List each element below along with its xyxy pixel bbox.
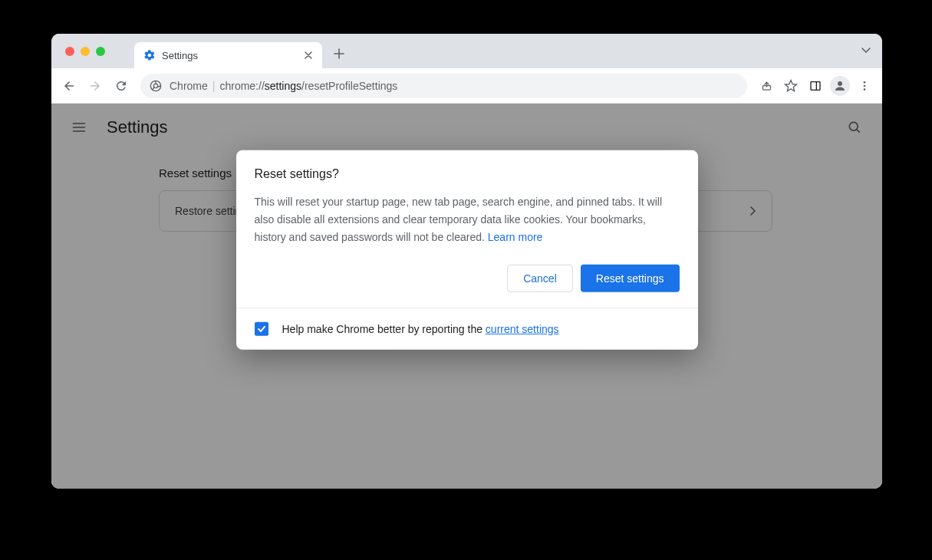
report-settings-checkbox[interactable]: [255, 322, 268, 336]
gear-icon: [143, 49, 156, 61]
chrome-icon: [150, 80, 162, 92]
reset-settings-dialog: Reset settings? This will reset your sta…: [236, 150, 698, 350]
tab-title: Settings: [162, 50, 302, 61]
close-window-button[interactable]: [65, 47, 74, 56]
url-app-name: Chrome: [170, 80, 208, 92]
bookmark-button[interactable]: [779, 74, 802, 97]
toolbar: Chrome | chrome://settings/resetProfileS…: [51, 68, 882, 104]
back-button[interactable]: [58, 74, 81, 97]
minimize-window-button[interactable]: [81, 47, 90, 56]
maximize-window-button[interactable]: [96, 47, 105, 56]
settings-content: Settings Reset settings Restore settings…: [51, 104, 882, 489]
profile-button[interactable]: [828, 74, 851, 97]
browser-tab[interactable]: Settings: [134, 42, 322, 68]
current-settings-link[interactable]: current settings: [486, 323, 559, 335]
reset-settings-button[interactable]: Reset settings: [581, 265, 680, 292]
tab-strip: Settings: [51, 34, 882, 68]
svg-rect-3: [811, 81, 820, 90]
browser-window: Settings Chrome | chro: [51, 34, 882, 489]
dialog-title: Reset settings?: [255, 167, 680, 181]
dialog-text: This will reset your startup page, new t…: [255, 193, 680, 246]
learn-more-link[interactable]: Learn more: [485, 231, 542, 243]
side-panel-button[interactable]: [804, 74, 827, 97]
svg-point-8: [864, 88, 866, 91]
traffic-lights: [51, 47, 105, 56]
dialog-footer: Help make Chrome better by reporting the…: [236, 308, 698, 350]
more-menu-button[interactable]: [853, 74, 876, 97]
close-tab-button[interactable]: [302, 49, 315, 61]
share-button[interactable]: [755, 74, 778, 97]
reload-button[interactable]: [110, 74, 133, 97]
url-separator: |: [208, 80, 220, 92]
svg-point-7: [864, 84, 866, 87]
toolbar-right: [755, 74, 876, 97]
url-text: chrome://settings/resetProfileSettings: [219, 80, 397, 92]
svg-point-6: [864, 81, 866, 84]
tabs-dropdown-button[interactable]: [861, 44, 871, 55]
address-bar[interactable]: Chrome | chrome://settings/resetProfileS…: [140, 74, 747, 98]
cancel-button[interactable]: Cancel: [507, 265, 573, 292]
svg-point-5: [838, 81, 842, 86]
new-tab-button[interactable]: [328, 43, 350, 64]
forward-button[interactable]: [84, 74, 107, 97]
avatar-icon: [830, 76, 850, 96]
dialog-actions: Cancel Reset settings: [236, 262, 698, 308]
footer-text: Help make Chrome better by reporting the…: [282, 323, 559, 335]
